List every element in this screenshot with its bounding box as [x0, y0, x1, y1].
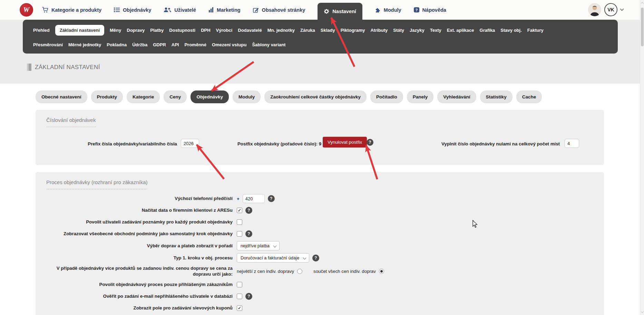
nav-item-label: Nastavení	[332, 9, 356, 14]
terms-step-checkbox[interactable]	[237, 231, 242, 237]
subnav-item[interactable]: Texty	[430, 28, 441, 33]
radio-option-label: největší z cen indiv. dopravy	[237, 269, 294, 274]
subnav-item[interactable]: Přesměrování	[33, 42, 63, 47]
select-value: nejdříve platba	[241, 243, 270, 248]
tab-obecne-nastaveni[interactable]: Obecné nastavení	[36, 90, 87, 103]
subnav-item[interactable]: DPH	[201, 28, 210, 33]
nav-item-napoveda[interactable]: ? Nápověda	[414, 0, 446, 20]
nav-item-marketing[interactable]: Marketing	[208, 0, 241, 20]
prefix-input[interactable]	[181, 139, 199, 148]
app-logo[interactable]: W	[20, 3, 33, 17]
tab-statistiky[interactable]: Statistiky	[480, 90, 513, 103]
user-menu[interactable]: VK	[588, 3, 623, 16]
user-avatar[interactable]	[588, 3, 601, 16]
max-indiv-shipping-radio[interactable]	[297, 269, 302, 274]
help-icon[interactable]: ?	[268, 195, 275, 202]
subnav-item[interactable]: GDPR	[153, 42, 166, 47]
subnav-item[interactable]: Dopravy	[127, 28, 145, 33]
help-icon[interactable]: ?	[245, 293, 252, 300]
title-marker	[27, 64, 31, 71]
subnav-item[interactable]: Pokladna	[107, 42, 127, 47]
subnav-item[interactable]: Mn. jednotky	[267, 28, 295, 33]
subnav-item[interactable]: Dostupnosti	[169, 28, 195, 33]
subnav-item[interactable]: Faktury	[527, 28, 544, 33]
verify-email-checkbox[interactable]	[237, 294, 242, 299]
user-initials-badge[interactable]: VK	[604, 3, 617, 16]
subnav-item[interactable]: Sklady	[321, 28, 335, 33]
subnav-item[interactable]: Ext. aplikace	[447, 28, 474, 33]
ares-checkbox[interactable]: ✓	[237, 208, 242, 213]
subnav-item[interactable]: API	[172, 42, 179, 47]
nav-item-uzivatele[interactable]: Uživatelé	[164, 0, 196, 20]
prefix-label: Prefix čísla objednávky/variabilního čís…	[46, 141, 177, 146]
scrollbar-thumb[interactable]	[641, 8, 644, 46]
form-row-ares: Načítat data o firemním klientovi z ARES…	[46, 206, 595, 215]
subnav-item[interactable]: Omezení vstupu	[212, 42, 246, 47]
field-label: Ověřit po zadání e-mail nepřihlášeného u…	[46, 293, 233, 299]
subnav-item[interactable]: Stavy obj.	[500, 28, 521, 33]
form-row-logged-only: Povolit objednávkový proces pouze přihlá…	[46, 280, 595, 289]
form-row-verify-email: Ověřit po zadání e-mail nepřihlášeného u…	[46, 292, 595, 301]
coupon-field-checkbox[interactable]: ✓	[237, 305, 242, 311]
tab-pocitadlo[interactable]: Počítadlo	[370, 90, 403, 103]
subnav-item[interactable]: Grafika	[480, 28, 495, 33]
help-icon[interactable]: ?	[245, 230, 252, 237]
reset-postfix-button[interactable]: Vynulovat postfix	[323, 137, 367, 147]
subnav-item[interactable]: Státy	[393, 28, 404, 33]
settings-tabs: Obecné nastavení Produkty Kategorie Ceny…	[36, 90, 542, 103]
subnav-item[interactable]: Jazyky	[410, 28, 425, 33]
nav-item-obsahove-stranky[interactable]: Obsahové stránky	[253, 0, 305, 20]
svg-text:?: ?	[415, 8, 417, 12]
subnav-item[interactable]: Měrné jednotky	[68, 42, 101, 47]
help-icon[interactable]: ?	[245, 207, 252, 214]
nav-item-label: Moduly	[384, 7, 401, 13]
scrollbar	[640, 0, 644, 315]
subnav-item-zakladni-nastaveni[interactable]: Základní nastavení	[55, 25, 104, 36]
help-badge-icon: ?	[414, 7, 419, 13]
sum-indiv-shipping-radio[interactable]	[379, 269, 384, 274]
nav-item-objednavky[interactable]: Objednávky	[114, 0, 151, 20]
subnav-item[interactable]: Měny	[110, 28, 121, 33]
phone-plus-prefix: +	[237, 196, 240, 201]
subnav-item[interactable]: Proměnné	[184, 42, 206, 47]
shipping-payment-order-select[interactable]: nejdříve platba	[237, 241, 280, 250]
subnav-item[interactable]: Atributy	[370, 28, 388, 33]
section-heading: Číslování objednávek	[46, 117, 96, 127]
subnav-item[interactable]: Přehled	[33, 28, 50, 33]
tab-moduly[interactable]: Moduly	[233, 90, 261, 103]
logged-only-checkbox[interactable]	[237, 282, 242, 287]
subnav-item[interactable]: Piktogramy	[341, 28, 365, 33]
tab-vyhledavani[interactable]: Vyhledávání	[437, 90, 476, 103]
chevron-down-icon[interactable]	[620, 7, 624, 11]
fill-zeros-input[interactable]	[565, 139, 579, 148]
subnav-item[interactable]: Údržba	[132, 42, 147, 47]
subnav-item[interactable]: Výrobci	[216, 28, 233, 33]
subnav-item[interactable]: Záruka	[300, 28, 315, 33]
chevron-down-icon	[273, 244, 277, 248]
first-step-type-select[interactable]: Doručovací a fakturační údaje	[237, 253, 309, 262]
tab-ceny[interactable]: Ceny	[164, 90, 187, 103]
tab-objednavky[interactable]: Objednávky	[191, 90, 229, 103]
nav-item-nastaveni[interactable]: Nastavení	[318, 3, 362, 20]
tab-panely[interactable]: Panely	[407, 90, 434, 103]
subnav-item[interactable]: Šablony variant	[252, 42, 285, 47]
scroll-down-icon[interactable]	[641, 310, 644, 313]
top-bar: W Kategorie a produkty Objednávky Uživat…	[0, 0, 644, 20]
product-note-checkbox[interactable]	[237, 219, 242, 225]
settings-subnav: Přehled Základní nastavení Měny Dopravy …	[23, 20, 618, 54]
nav-item-kategorie-a-produkty[interactable]: Kategorie a produkty	[42, 0, 101, 20]
help-icon[interactable]: ?	[312, 255, 319, 261]
subnav-item[interactable]: Dodavatelé	[238, 28, 262, 33]
phone-prefix-input[interactable]	[243, 194, 265, 203]
scroll-up-icon[interactable]	[641, 2, 644, 5]
tab-zaokrouhleni[interactable]: Zaokrouhlení celkové částky objednávky	[264, 90, 367, 103]
field-label: Povolit objednávkový proces pouze přihlá…	[46, 281, 233, 287]
tab-kategorie[interactable]: Kategorie	[127, 90, 160, 103]
section-proces-objednavky: Proces objednávky (rozhraní pro zákazník…	[36, 172, 604, 315]
subnav-item[interactable]: Platby	[150, 28, 164, 33]
tab-cache[interactable]: Cache	[516, 90, 542, 103]
field-label: Zobrazovat všeobecné obchodní podmínky j…	[46, 231, 233, 237]
nav-item-moduly[interactable]: Moduly	[375, 0, 401, 20]
help-icon[interactable]: ?	[367, 139, 373, 146]
tab-produkty[interactable]: Produkty	[91, 90, 123, 103]
